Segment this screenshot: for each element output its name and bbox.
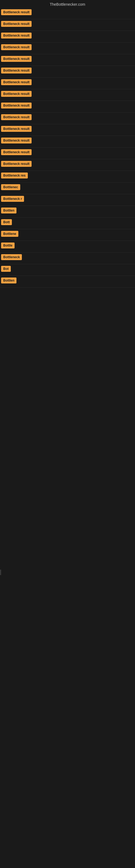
bottleneck-badge-1[interactable]: Bottleneck result: [1, 9, 32, 15]
bottleneck-badge-19[interactable]: Bott: [1, 219, 12, 225]
bottleneck-badge-13[interactable]: Bottleneck result: [1, 149, 32, 155]
bottleneck-badge-8[interactable]: Bottleneck result: [1, 91, 32, 97]
result-row-22[interactable]: Bottleneck: [0, 252, 135, 264]
page-container: TheBottlenecker.com Bottleneck resultBot…: [0, 0, 135, 868]
result-row-7[interactable]: Bottleneck result: [0, 78, 135, 89]
result-row-4[interactable]: Bottleneck result: [0, 42, 135, 54]
bottleneck-badge-16[interactable]: Bottlenec: [1, 184, 20, 190]
result-row-21[interactable]: Bottle: [0, 241, 135, 252]
result-row-12[interactable]: Bottleneck result: [0, 136, 135, 148]
bottleneck-badge-10[interactable]: Bottleneck result: [1, 114, 32, 120]
bottleneck-badge-4[interactable]: Bottleneck result: [1, 44, 32, 50]
result-row-6[interactable]: Bottleneck result: [0, 66, 135, 78]
result-row-16[interactable]: Bottlenec: [0, 183, 135, 194]
result-row-1[interactable]: Bottleneck result: [0, 8, 135, 19]
bottleneck-badge-22[interactable]: Bottleneck: [1, 254, 22, 260]
bottleneck-badge-2[interactable]: Bottleneck result: [1, 21, 32, 27]
result-row-9[interactable]: Bottleneck result: [0, 101, 135, 113]
result-row-10[interactable]: Bottleneck result: [0, 113, 135, 124]
results-list: Bottleneck resultBottleneck resultBottle…: [0, 8, 135, 287]
result-row-3[interactable]: Bottleneck result: [0, 31, 135, 42]
bottleneck-badge-23[interactable]: Bot: [1, 266, 11, 272]
bottleneck-badge-12[interactable]: Bottleneck result: [1, 137, 32, 144]
bottleneck-badge-14[interactable]: Bottleneck result: [1, 161, 32, 167]
bottleneck-badge-5[interactable]: Bottleneck result: [1, 56, 32, 62]
result-row-5[interactable]: Bottleneck result: [0, 54, 135, 66]
result-row-23[interactable]: Bot: [0, 264, 135, 276]
result-row-13[interactable]: Bottleneck result: [0, 148, 135, 159]
result-row-15[interactable]: Bottleneck res: [0, 171, 135, 183]
result-row-19[interactable]: Bott: [0, 218, 135, 229]
result-row-14[interactable]: Bottleneck result: [0, 159, 135, 171]
result-row-8[interactable]: Bottleneck result: [0, 89, 135, 101]
result-row-11[interactable]: Bottleneck result: [0, 124, 135, 136]
bottleneck-badge-11[interactable]: Bottleneck result: [1, 126, 32, 132]
bottleneck-badge-6[interactable]: Bottleneck result: [1, 67, 32, 73]
site-header: TheBottlenecker.com: [0, 0, 135, 8]
result-row-20[interactable]: Bottlene: [0, 229, 135, 241]
bottleneck-badge-15[interactable]: Bottleneck res: [1, 173, 28, 179]
result-row-17[interactable]: Bottleneck r: [0, 194, 135, 206]
bottleneck-badge-18[interactable]: Bottlen: [1, 208, 16, 214]
bottleneck-badge-9[interactable]: Bottleneck result: [1, 102, 32, 108]
bottleneck-badge-7[interactable]: Bottleneck result: [1, 79, 32, 85]
bottleneck-badge-21[interactable]: Bottle: [1, 243, 14, 248]
result-row-18[interactable]: Bottlen: [0, 206, 135, 218]
bottleneck-badge-17[interactable]: Bottleneck r: [1, 196, 24, 202]
bottleneck-badge-3[interactable]: Bottleneck result: [1, 33, 32, 38]
result-row-24[interactable]: Bottlen: [0, 276, 135, 287]
bottleneck-badge-20[interactable]: Bottlene: [1, 231, 18, 237]
bottleneck-badge-24[interactable]: Bottlen: [1, 278, 16, 283]
result-row-2[interactable]: Bottleneck result: [0, 19, 135, 31]
